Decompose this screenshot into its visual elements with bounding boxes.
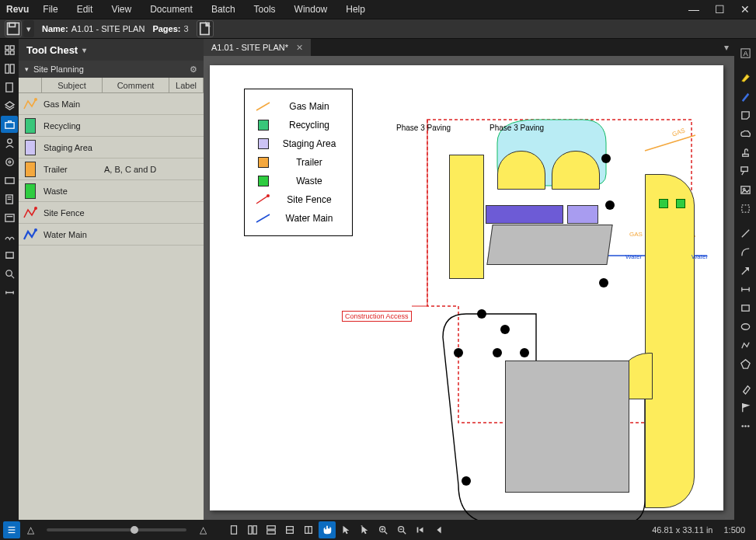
zoom-slider-thumb[interactable] [131, 526, 138, 534]
text-tool-button[interactable]: A [737, 43, 754, 63]
polygon-tool-button[interactable] [737, 355, 754, 372]
arc-tool-button[interactable] [737, 243, 754, 260]
tabstrip-overflow-icon[interactable]: ▾ [719, 39, 734, 56]
line-tool-button[interactable] [737, 225, 754, 242]
zoom-out-button[interactable]: △ [22, 521, 39, 538]
first-page-button[interactable] [412, 521, 429, 538]
legend-swatch [253, 176, 274, 186]
svg-line-23 [11, 275, 14, 278]
search-panel-button[interactable] [1, 265, 18, 282]
fit-page-button[interactable] [281, 521, 298, 538]
callout-tool-button[interactable] [737, 162, 754, 179]
arrow-tool-button[interactable] [737, 262, 754, 279]
options-tool-button[interactable] [737, 417, 754, 434]
panel-dropdown-icon: ▾ [82, 46, 86, 54]
zoom-rect-button[interactable] [375, 521, 392, 538]
menu-edit[interactable]: Edit [77, 4, 93, 15]
menu-batch[interactable]: Batch [211, 4, 235, 15]
rectangle-tool-button[interactable] [737, 299, 754, 316]
tool-row[interactable]: Gas Main [19, 93, 204, 115]
menu-window[interactable]: Window [294, 4, 328, 15]
markups-list-button[interactable] [3, 521, 20, 538]
ellipse-tool-button[interactable] [737, 318, 754, 335]
image-tool-button[interactable] [737, 181, 754, 198]
center-area: A1.01 - SITE PLAN* ✕ ▾ Gas MainRecycling… [204, 39, 734, 520]
cloud-tool-button[interactable] [737, 125, 754, 142]
tool-row[interactable]: Water Main [19, 224, 204, 246]
tool-row-subject: Water Main [42, 230, 103, 239]
legend-swatch [253, 193, 274, 206]
zoom-in-button[interactable]: △ [194, 521, 211, 538]
save-dropdown-icon[interactable]: ▾ [23, 20, 34, 37]
single-page-button[interactable] [225, 521, 242, 538]
close-button[interactable]: ✕ [740, 3, 750, 16]
tool-row-subject: Recycling [42, 121, 103, 131]
grid-header-subject[interactable]: Subject [42, 78, 103, 92]
svg-text:A: A [743, 50, 748, 57]
select-button[interactable] [337, 521, 354, 538]
maximize-button[interactable]: ☐ [715, 3, 725, 16]
bookmarks-panel-button[interactable] [1, 60, 18, 77]
markups-panel-button[interactable] [1, 134, 18, 152]
flag-tool-button[interactable] [737, 399, 754, 416]
continuous-button[interactable] [244, 521, 261, 538]
eraser-tool-button[interactable] [737, 380, 754, 397]
sets-panel-button[interactable] [1, 172, 18, 189]
links-panel-button[interactable] [1, 190, 18, 207]
tool-row[interactable]: Staging Area [19, 137, 204, 159]
menu-tools[interactable]: Tools [254, 4, 276, 15]
highlight-tool-button[interactable] [737, 69, 754, 86]
menu-file[interactable]: File [43, 4, 57, 15]
section-settings-icon[interactable]: ⚙ [190, 64, 197, 75]
toolchest-panel-button[interactable] [1, 116, 18, 133]
label-plan-number: 1 [702, 517, 707, 520]
note-tool-button[interactable] [737, 106, 754, 124]
legend-item: Water Main [253, 209, 344, 228]
signatures-panel-button[interactable] [1, 228, 18, 245]
stamp-tool-button[interactable] [737, 144, 754, 161]
measure-panel-button[interactable] [1, 284, 18, 301]
menu-view[interactable]: View [111, 4, 131, 15]
pen-tool-button[interactable] [737, 88, 754, 105]
fit-width-button[interactable] [300, 521, 317, 538]
grid-header-icon-col [19, 78, 42, 92]
minimize-button[interactable]: — [688, 3, 699, 16]
legend-box[interactable]: Gas MainRecyclingStaging AreaTrailerWast… [244, 89, 353, 236]
page-canvas[interactable]: Gas MainRecyclingStaging AreaTrailerWast… [210, 65, 723, 510]
status-right: 46.81 x 33.11 in 1:500 [652, 525, 753, 535]
menu-document[interactable]: Document [150, 4, 193, 15]
save-button[interactable] [5, 20, 22, 37]
legend-label: Recycling [274, 120, 344, 131]
panel-section-header[interactable]: ▾ Site Planning ⚙ [19, 61, 204, 78]
file-access-panel-button[interactable] [1, 78, 18, 96]
viewport[interactable]: Gas MainRecyclingStaging AreaTrailerWast… [204, 56, 734, 520]
legend-label: Staging Area [274, 138, 344, 149]
studio-panel-button[interactable] [1, 246, 18, 263]
zoom-tool-button[interactable] [393, 521, 410, 538]
polyline-tool-button[interactable] [737, 336, 754, 354]
page-thumbnail-button[interactable] [197, 20, 214, 37]
side-by-side-button[interactable] [263, 521, 280, 538]
lot-pool-e [552, 151, 600, 190]
forms-panel-button[interactable] [1, 209, 18, 226]
zoom-slider[interactable] [47, 528, 186, 531]
layers-panel-button[interactable] [1, 97, 18, 114]
grid-header-comment[interactable]: Comment [103, 78, 169, 92]
thumbnails-panel-button[interactable] [1, 41, 18, 58]
properties-panel-button[interactable] [1, 153, 18, 170]
tool-row[interactable]: TrailerA, B, C and D [19, 159, 204, 180]
tab-close-icon[interactable]: ✕ [296, 43, 303, 53]
tool-row[interactable]: Recycling [19, 115, 204, 137]
prev-page-button[interactable] [430, 521, 448, 538]
pan-button[interactable] [319, 521, 336, 538]
doc-name-label: Name: [42, 24, 68, 33]
document-tab[interactable]: A1.01 - SITE PLAN* ✕ [204, 39, 311, 56]
crop-tool-button[interactable] [737, 200, 754, 217]
select-text-button[interactable] [356, 521, 373, 538]
panel-title-row[interactable]: Tool Chest ▾ [19, 39, 204, 61]
menu-help[interactable]: Help [346, 4, 365, 15]
dimension-tool-button[interactable] [737, 280, 754, 298]
tool-row[interactable]: Site Fence [19, 202, 204, 224]
tool-row[interactable]: Waste [19, 180, 204, 202]
grid-header-label[interactable]: Label [169, 78, 204, 92]
